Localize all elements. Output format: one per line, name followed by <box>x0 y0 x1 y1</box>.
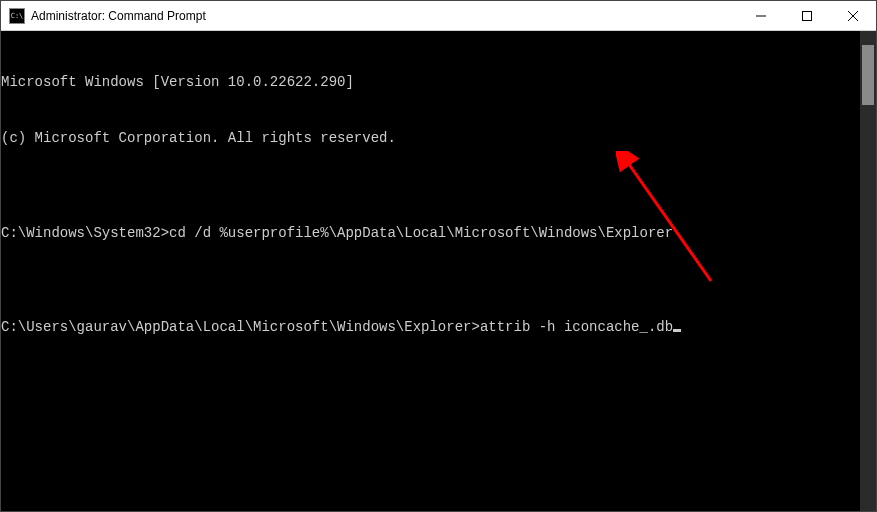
terminal-area: Microsoft Windows [Version 10.0.22622.29… <box>1 31 876 511</box>
close-button[interactable] <box>830 1 876 30</box>
terminal-line: (c) Microsoft Corporation. All rights re… <box>1 129 860 148</box>
terminal-command: attrib -h iconcache_.db <box>480 319 673 335</box>
cmd-icon: C:\ <box>9 8 25 24</box>
cursor <box>673 329 681 332</box>
maximize-icon <box>802 11 812 21</box>
scrollbar-thumb[interactable] <box>862 45 874 105</box>
minimize-button[interactable] <box>738 1 784 30</box>
terminal-line: Microsoft Windows [Version 10.0.22622.29… <box>1 73 860 92</box>
close-icon <box>848 11 858 21</box>
maximize-button[interactable] <box>784 1 830 30</box>
terminal-prompt: C:\Users\gaurav\AppData\Local\Microsoft\… <box>1 319 480 335</box>
command-prompt-window: C:\ Administrator: Command Prompt Micros… <box>0 0 877 512</box>
terminal-current-line: C:\Users\gaurav\AppData\Local\Microsoft\… <box>1 318 860 337</box>
scrollbar[interactable] <box>860 31 876 511</box>
arrow-annotation-icon <box>616 151 736 291</box>
terminal-output[interactable]: Microsoft Windows [Version 10.0.22622.29… <box>1 31 860 511</box>
svg-line-5 <box>628 163 711 281</box>
window-title: Administrator: Command Prompt <box>31 9 738 23</box>
titlebar[interactable]: C:\ Administrator: Command Prompt <box>1 1 876 31</box>
terminal-line: C:\Windows\System32>cd /d %userprofile%\… <box>1 224 860 243</box>
window-controls <box>738 1 876 30</box>
svg-rect-1 <box>803 11 812 20</box>
minimize-icon <box>756 11 766 21</box>
